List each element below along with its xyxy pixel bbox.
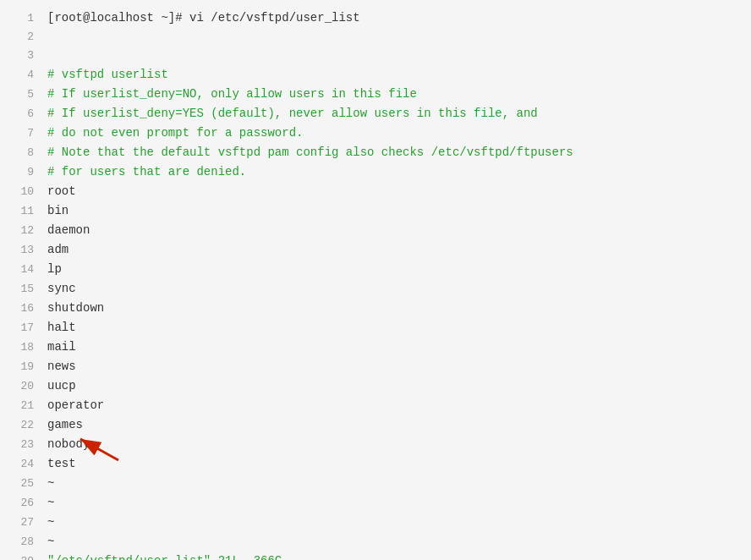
line-number: 13	[8, 241, 34, 260]
line-content: lp	[47, 260, 62, 278]
line-number: 21	[8, 397, 34, 415]
line-content: # vsftpd userlist	[47, 65, 168, 84]
red-arrow	[72, 435, 131, 464]
line-number: 26	[8, 494, 34, 513]
line-number: 22	[8, 416, 34, 435]
line-content: # for users that are denied.	[47, 162, 246, 181]
line-content: operator	[47, 396, 104, 415]
line-content: ~	[47, 493, 54, 512]
line-number: 3	[8, 47, 34, 65]
editor-line: 15sync	[0, 279, 751, 299]
editor-line: 27~	[0, 513, 751, 532]
editor-line: 14lp	[0, 260, 751, 279]
line-content: # If userlist_deny=YES (default), never …	[47, 104, 538, 123]
line-number: 20	[8, 377, 34, 396]
editor-line: 4# vsftpd userlist	[0, 65, 751, 85]
svg-line-1	[80, 439, 118, 460]
line-number: 25	[8, 475, 34, 493]
line-number: 10	[8, 183, 34, 201]
editor-line: 26~	[0, 493, 751, 513]
line-number: 17	[8, 319, 34, 338]
line-content: [root@localhost ~]# vi /etc/vsftpd/user_…	[47, 8, 360, 27]
editor-line: 3	[0, 47, 751, 65]
editor-line: 12daemon	[0, 221, 751, 240]
line-number: 9	[8, 163, 34, 182]
line-number: 12	[8, 222, 34, 240]
editor-line: 5# If userlist_deny=NO, only allow users…	[0, 85, 751, 104]
line-content: daemon	[47, 221, 90, 239]
line-content: sync	[47, 279, 76, 298]
line-number: 15	[8, 280, 34, 299]
line-content: "/etc/vsftpd/user_list" 21L, 366C	[47, 552, 282, 560]
line-content: # If userlist_deny=NO, only allow users …	[47, 85, 417, 103]
line-number: 4	[8, 66, 34, 85]
line-number: 16	[8, 299, 34, 318]
editor-line: 8# Note that the default vsftpd pam conf…	[0, 143, 751, 162]
line-number: 14	[8, 261, 34, 279]
line-number: 6	[8, 105, 34, 124]
editor-line: 25~	[0, 474, 751, 493]
editor-line: 10root	[0, 182, 751, 201]
line-content: games	[47, 415, 83, 434]
line-content: shutdown	[47, 299, 104, 317]
line-content: ~	[47, 474, 54, 492]
line-number: 8	[8, 144, 34, 162]
editor-container: 1[root@localhost ~]# vi /etc/vsftpd/user…	[0, 0, 751, 560]
editor-line: 2	[0, 28, 751, 47]
editor-line: 29"/etc/vsftpd/user_list" 21L, 366C	[0, 552, 751, 560]
line-content: adm	[47, 240, 69, 259]
line-content: ~	[47, 513, 54, 531]
line-content: bin	[47, 201, 69, 220]
line-number: 19	[8, 358, 34, 376]
line-number: 2	[8, 28, 34, 47]
editor-line: 16shutdown	[0, 299, 751, 318]
line-number: 5	[8, 85, 34, 104]
line-content: halt	[47, 318, 76, 337]
line-content: # Note that the default vsftpd pam confi…	[47, 143, 573, 162]
line-number: 23	[8, 436, 34, 454]
editor-line: 6# If userlist_deny=YES (default), never…	[0, 104, 751, 124]
editor-line: 18mail	[0, 338, 751, 357]
line-content: uucp	[47, 376, 76, 395]
line-number: 18	[8, 338, 34, 357]
line-number: 1	[8, 9, 34, 28]
line-content: news	[47, 357, 76, 376]
editor-line: 21operator	[0, 396, 751, 415]
line-number: 29	[8, 552, 34, 560]
editor-line: 28~	[0, 532, 751, 552]
editor-line: 1[root@localhost ~]# vi /etc/vsftpd/user…	[0, 8, 751, 28]
line-number: 27	[8, 513, 34, 532]
editor-line: 17halt	[0, 318, 751, 338]
line-number: 7	[8, 124, 34, 143]
line-content: root	[47, 182, 76, 200]
line-number: 11	[8, 202, 34, 221]
editor-line: 20uucp	[0, 376, 751, 396]
editor-line: 9# for users that are denied.	[0, 162, 751, 182]
editor-line: 19news	[0, 357, 751, 376]
line-content: mail	[47, 338, 76, 356]
editor-line: 22games	[0, 415, 751, 435]
line-content: # do not even prompt for a password.	[47, 124, 303, 142]
line-number: 28	[8, 533, 34, 552]
line-number: 24	[8, 455, 34, 474]
editor-line: 13adm	[0, 240, 751, 260]
line-content: ~	[47, 532, 54, 551]
editor-line: 11bin	[0, 201, 751, 221]
editor-line: 7# do not even prompt for a password.	[0, 124, 751, 143]
